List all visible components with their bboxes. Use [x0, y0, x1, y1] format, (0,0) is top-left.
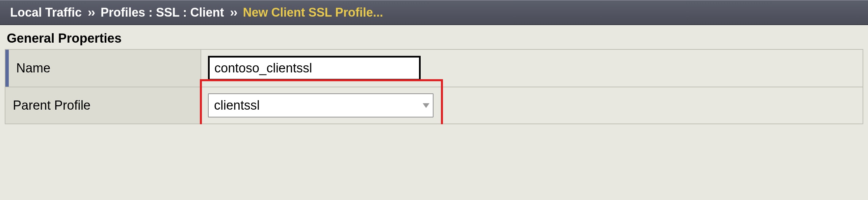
- chevron-down-icon: [419, 103, 433, 108]
- table-row: Parent Profile clientssl: [5, 87, 863, 124]
- select-value: clientssl: [209, 94, 419, 117]
- field-label-name: Name: [5, 49, 201, 87]
- breadcrumb-separator-icon: ››: [230, 5, 237, 20]
- field-value-cell: [201, 49, 863, 87]
- breadcrumb-current: New Client SSL Profile...: [243, 5, 383, 20]
- name-input[interactable]: [208, 56, 421, 81]
- field-label-parent-profile: Parent Profile: [5, 87, 201, 124]
- breadcrumb-root[interactable]: Local Traffic: [10, 5, 82, 20]
- field-value-cell: clientssl: [201, 87, 863, 124]
- breadcrumb-separator-icon: ››: [88, 5, 95, 20]
- parent-profile-select[interactable]: clientssl: [208, 93, 433, 117]
- section-title: General Properties: [5, 31, 863, 46]
- breadcrumb: Local Traffic ›› Profiles : SSL : Client…: [0, 0, 868, 25]
- table-row: Name: [5, 49, 863, 87]
- properties-table: Name Parent Profile clientssl: [5, 49, 863, 124]
- breadcrumb-path[interactable]: Profiles : SSL : Client: [101, 5, 224, 20]
- svg-marker-0: [423, 103, 429, 108]
